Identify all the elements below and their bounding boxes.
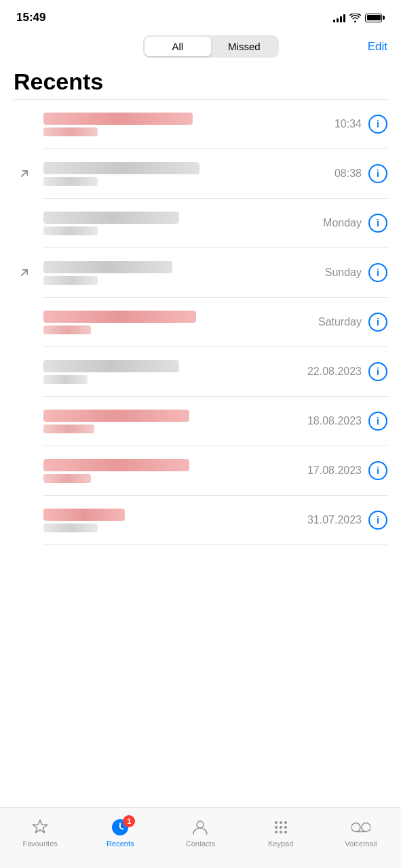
call-detail — [43, 375, 88, 384]
nav-label-keypad: Keypad — [268, 840, 293, 848]
missed-tab[interactable]: Missed — [211, 37, 278, 56]
call-info — [43, 261, 172, 285]
call-detail — [43, 276, 98, 285]
signal-bars-icon — [333, 13, 345, 22]
info-button[interactable]: i — [368, 511, 387, 530]
call-info — [43, 410, 189, 433]
call-item-left — [14, 509, 307, 532]
call-time: 08:38 — [335, 167, 362, 180]
page-title: Recents — [0, 63, 401, 99]
call-item-left — [14, 410, 307, 433]
segment-control: All Missed — [143, 35, 279, 58]
svg-point-8 — [275, 831, 278, 833]
outgoing-call-icon — [14, 167, 35, 180]
call-detail — [43, 226, 98, 235]
call-item-left — [14, 113, 335, 136]
svg-point-1 — [197, 821, 204, 828]
call-item-left — [14, 311, 318, 334]
contact-name — [43, 459, 189, 471]
call-item-right: 17.08.2023 i — [307, 461, 387, 480]
recents-icon: 1 — [111, 818, 130, 837]
call-info — [43, 311, 196, 334]
contact-name — [43, 360, 179, 372]
svg-point-5 — [275, 826, 278, 829]
call-detail — [43, 425, 94, 433]
info-button[interactable]: i — [368, 412, 387, 431]
call-info — [43, 360, 179, 384]
call-item-right: 22.08.2023 i — [307, 362, 387, 381]
contact-name — [43, 410, 189, 422]
call-time: 31.07.2023 — [307, 514, 362, 526]
edit-button[interactable]: Edit — [368, 40, 387, 54]
item-divider — [43, 545, 387, 545]
svg-point-9 — [280, 831, 282, 833]
call-time: Saturday — [318, 316, 362, 328]
call-item: Sunday i — [0, 248, 401, 297]
status-icons — [333, 13, 385, 22]
info-button[interactable]: i — [368, 214, 387, 233]
nav-label-contacts: Contacts — [186, 840, 215, 848]
contacts-icon — [191, 818, 210, 837]
call-item-right: Saturday i — [318, 313, 387, 332]
call-item: Monday i — [0, 199, 401, 248]
call-item-right: 31.07.2023 i — [307, 511, 387, 530]
battery-icon — [365, 14, 385, 22]
nav-item-keypad[interactable]: Keypad — [261, 818, 301, 848]
call-item-right: 10:34 i — [335, 115, 387, 134]
nav-label-recents: Recents — [107, 840, 134, 848]
info-button[interactable]: i — [368, 115, 387, 134]
nav-item-contacts[interactable]: Contacts — [180, 818, 221, 848]
contact-name — [43, 113, 193, 125]
call-item: Saturday i — [0, 298, 401, 347]
call-time: Monday — [323, 217, 362, 229]
call-item-left — [14, 162, 335, 186]
bottom-navigation: Favourites 1 Recents Contacts — [0, 807, 401, 868]
info-button[interactable]: i — [368, 313, 387, 332]
call-item: 08:38 i — [0, 149, 401, 198]
call-item-right: 08:38 i — [335, 164, 387, 183]
call-item: 10:34 i — [0, 100, 401, 149]
cassette-icon — [351, 821, 370, 834]
nav-item-favourites[interactable]: Favourites — [20, 818, 60, 848]
call-item-left — [14, 360, 307, 384]
contact-name — [43, 509, 125, 521]
favourites-icon — [31, 818, 50, 837]
call-time: 10:34 — [335, 118, 362, 130]
grid-icon — [273, 819, 289, 835]
outgoing-call-icon — [14, 266, 35, 279]
call-info — [43, 459, 189, 483]
call-time: 17.08.2023 — [307, 465, 362, 477]
info-button[interactable]: i — [368, 461, 387, 480]
call-item-left — [14, 212, 323, 235]
call-detail — [43, 524, 98, 532]
call-detail — [43, 177, 98, 186]
voicemail-icon — [351, 818, 370, 837]
contact-name — [43, 212, 179, 224]
call-item-left — [14, 261, 325, 285]
call-item-right: Sunday i — [325, 263, 387, 282]
call-detail — [43, 474, 91, 483]
info-button[interactable]: i — [368, 362, 387, 381]
svg-point-7 — [284, 826, 287, 829]
svg-point-6 — [280, 826, 282, 829]
nav-item-recents[interactable]: 1 Recents — [100, 818, 140, 848]
info-button[interactable]: i — [368, 164, 387, 183]
call-info — [43, 212, 179, 235]
call-item: 31.07.2023 i — [0, 496, 401, 545]
svg-point-4 — [284, 821, 287, 824]
info-button[interactable]: i — [368, 263, 387, 282]
svg-point-3 — [280, 821, 282, 824]
call-info — [43, 509, 125, 532]
call-item-right: 18.08.2023 i — [307, 412, 387, 431]
svg-point-10 — [284, 831, 287, 833]
call-item: 18.08.2023 i — [0, 397, 401, 446]
svg-point-12 — [362, 823, 370, 831]
call-time: 22.08.2023 — [307, 366, 362, 378]
call-list: 10:34 i 08:38 i — [0, 100, 401, 545]
call-detail — [43, 127, 98, 136]
nav-item-voicemail[interactable]: Voicemail — [341, 818, 381, 848]
call-info — [43, 113, 193, 136]
person-icon — [191, 818, 209, 836]
recents-badge: 1 — [123, 815, 135, 827]
all-tab[interactable]: All — [145, 37, 211, 56]
